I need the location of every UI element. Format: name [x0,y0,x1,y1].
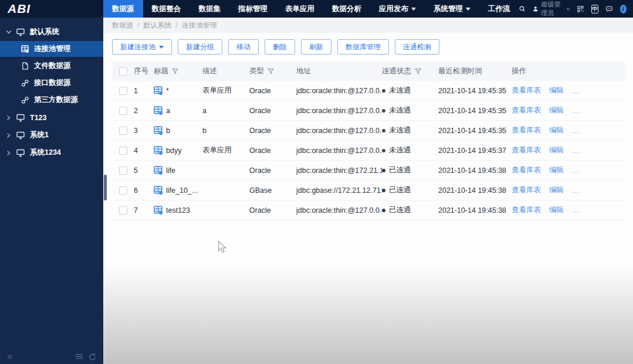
status-dot [382,129,385,132]
connectivity-check-button[interactable]: 连通检测 [395,39,439,55]
sidebar-item-file-datasource[interactable]: 文件数据源 [0,58,103,74]
row-checkbox[interactable] [119,87,127,95]
sidebar-item-connection-pool[interactable]: 连接池管理 [0,41,103,57]
link-icon [21,96,29,104]
pool-title[interactable]: b [166,127,170,135]
refresh-icon[interactable] [89,353,96,360]
link-icon [21,79,29,87]
view-tables-link[interactable]: 查看库表 [512,125,541,135]
user-menu[interactable]: 超级管理员 [533,0,570,18]
edit-link[interactable]: 编辑 [549,205,564,215]
more-actions-link[interactable]: ... [572,127,580,135]
row-checkbox[interactable] [119,206,127,215]
pool-title[interactable]: a [166,107,170,115]
menu-icon[interactable] [75,353,83,360]
pool-title[interactable]: test123 [166,206,190,215]
language-icon[interactable]: 中 [591,5,598,13]
sidebar-item-thirdparty-datasource[interactable]: 第三方数据源 [0,92,103,108]
row-checkbox[interactable] [119,166,127,175]
more-actions-link[interactable]: ... [572,147,580,155]
row-checkbox[interactable] [119,107,127,115]
breadcrumb-data-source[interactable]: 数据源 [112,21,133,30]
more-actions-link[interactable]: ... [572,107,580,115]
breadcrumb-default-system[interactable]: 默认系统 [143,21,171,30]
edit-link[interactable]: 编辑 [549,125,564,135]
edit-link[interactable]: 编辑 [549,106,564,115]
info-icon[interactable]: i [620,5,627,13]
nav-item-dataset[interactable]: 数据集 [190,0,230,18]
sidebar-item-default-system[interactable]: 默认系统 [0,24,103,40]
sidebar-item-system1[interactable]: 系统1 [0,127,103,143]
filter-icon[interactable] [172,68,178,74]
nav-item-data-analysis[interactable]: 数据分析 [323,0,370,18]
pool-title[interactable]: bdyy [166,147,181,155]
sidebar-item-api-datasource[interactable]: 接口数据源 [0,75,103,91]
nav-item-workflow[interactable]: 工作流 [479,0,519,18]
delete-button[interactable]: 删除 [265,39,295,55]
sidebar-item-system1234[interactable]: 系统1234 [0,145,103,161]
database-management-button[interactable]: 数据库管理 [337,39,389,55]
edit-link[interactable]: 编辑 [549,86,564,96]
more-actions-link[interactable]: ... [572,206,580,215]
chevron-right-icon [6,132,11,138]
more-actions-link[interactable]: ... [572,186,580,195]
database-table-icon [154,86,163,95]
nav-item-form-application[interactable]: 表单应用 [276,0,323,18]
table-row: 2 a a Oracle jdbc:oracle:thin:@127.0.0.1… [112,101,625,121]
table-row: 4 bdyy 表单应用 Oracle jdbc:oracle:thin:@127… [112,141,625,161]
filter-icon[interactable] [415,68,421,74]
monitor-icon [16,149,25,157]
status-text: 已连通 [389,205,411,215]
view-tables-link[interactable]: 查看库表 [512,185,541,195]
user-name: 超级管理员 [541,0,563,18]
user-icon [533,5,539,13]
scrollbar-thumb[interactable] [104,175,107,200]
sidebar-footer: « [0,352,103,360]
chevron-down-icon [566,6,570,12]
edit-link[interactable]: 编辑 [549,145,564,155]
nav-item-data-integration[interactable]: 数据整合 [143,0,190,18]
view-tables-link[interactable]: 查看库表 [512,106,541,115]
status-dot [382,209,385,212]
nav-item-data-source[interactable]: 数据源 [103,0,143,18]
monitor-icon [16,131,25,140]
table-header: 序号 标题 描述 类型 地址 连通状态 最近检测时间 操作 [112,62,625,81]
view-tables-link[interactable]: 查看库表 [512,165,541,175]
edit-link[interactable]: 编辑 [549,165,564,175]
nav-item-metric-management[interactable]: 指标管理 [229,0,276,18]
row-checkbox[interactable] [119,127,127,135]
edit-link[interactable]: 编辑 [549,185,564,195]
view-tables-link[interactable]: 查看库表 [512,145,541,155]
view-tables-link[interactable]: 查看库表 [512,86,541,96]
status-text: 未连通 [389,125,411,135]
breadcrumb: 数据源 / 默认系统 / 连接池管理 [103,18,633,33]
row-checkbox[interactable] [119,147,127,155]
message-icon[interactable] [606,5,612,13]
qr-code-icon[interactable] [577,5,584,13]
chevron-right-icon [6,150,11,155]
column-status: 连通状态 [382,66,438,76]
nav-item-system-management[interactable]: 系统管理 [425,0,479,18]
row-checkbox[interactable] [119,186,127,195]
refresh-button[interactable]: 刷新 [301,39,331,55]
caret-down-icon [159,46,164,49]
more-actions-link[interactable]: ... [572,166,580,175]
breadcrumb-connection-pool[interactable]: 连接池管理 [182,21,217,30]
database-table-icon [21,45,29,53]
pool-title[interactable]: * [166,87,169,95]
column-address: 地址 [296,66,382,76]
move-button[interactable]: 移动 [228,39,259,55]
more-actions-link[interactable]: ... [572,87,580,95]
pool-title[interactable]: life [166,166,175,175]
sidebar-item-t123[interactable]: T123 [0,110,103,125]
search-icon[interactable] [519,5,525,13]
view-tables-link[interactable]: 查看库表 [512,205,541,215]
filter-icon[interactable] [268,68,274,74]
new-group-button[interactable]: 新建分组 [178,39,222,55]
nav-item-app-publish[interactable]: 应用发布 [370,0,425,18]
select-all-checkbox[interactable] [119,67,127,76]
pool-title[interactable]: life_10_... [166,186,198,195]
collapse-sidebar-button[interactable]: « [7,352,12,360]
new-connection-pool-button[interactable]: 新建连接池 [112,39,172,55]
column-actions: 操作 [512,66,625,76]
